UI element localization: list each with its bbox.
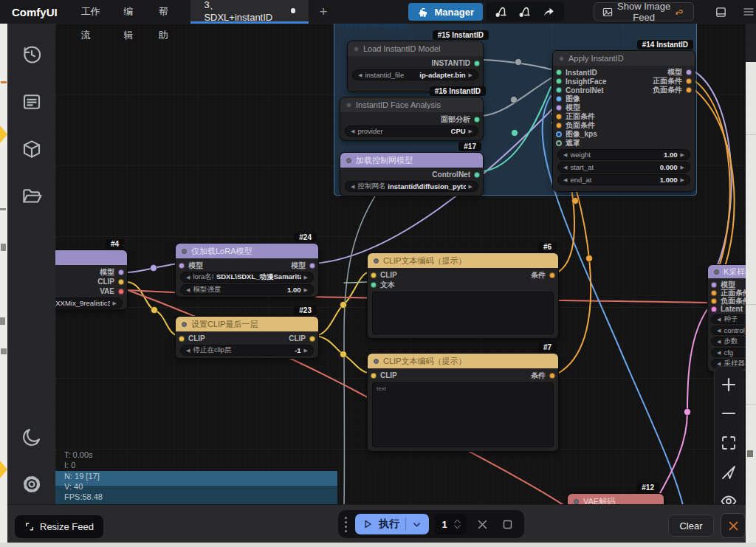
seed-widget[interactable]: ◀种子 — [711, 314, 746, 324]
batch-count-stepper[interactable]: 1 — [435, 514, 467, 534]
next-arrow-icon[interactable]: ▶ — [469, 128, 472, 134]
prev-arrow-icon[interactable]: ◀ — [351, 184, 354, 190]
prev-arrow-icon[interactable]: ◀ — [563, 177, 567, 183]
latent-slot-dot[interactable] — [711, 306, 717, 312]
workflow-tab[interactable]: 3、SDXL+instantID — [190, 0, 309, 24]
model-slot-dot[interactable] — [686, 69, 692, 75]
vae-slot-dot[interactable] — [118, 289, 124, 295]
instantid-slot-dot[interactable] — [556, 69, 562, 75]
instantid-slot-dot[interactable] — [474, 61, 480, 66]
collapse-dot-icon[interactable] — [182, 322, 187, 327]
drag-handle-icon[interactable] — [343, 517, 349, 532]
next-arrow-icon[interactable]: ▶ — [469, 184, 472, 190]
prev-arrow-icon[interactable]: ◀ — [717, 317, 721, 323]
provider-widget[interactable]: ◀providerCPU▶ — [345, 125, 478, 137]
fit-view-icon[interactable] — [720, 434, 738, 455]
clip-slot-dot[interactable] — [309, 336, 315, 342]
clip-slot-dot[interactable] — [371, 373, 377, 379]
node-checkpoint-loader[interactable]: #4 模型 CLIP VAE _XXMix_9realisticS...▶ — [55, 250, 128, 310]
prev-arrow-icon[interactable]: ◀ — [351, 128, 354, 134]
stop-at-clip-layer-widget[interactable]: ◀停止在clip层-1▶ — [180, 345, 314, 356]
hamburger-menu-icon[interactable] — [741, 4, 756, 20]
model-slot-dot[interactable] — [179, 263, 185, 269]
conditioning-slot-dot[interactable] — [711, 290, 717, 296]
stop-button[interactable] — [498, 514, 517, 534]
prev-arrow-icon[interactable]: ◀ — [563, 165, 567, 171]
node-header[interactable] — [55, 250, 127, 265]
next-arrow-icon[interactable]: ▶ — [681, 165, 684, 171]
node-header[interactable]: 加载控制网模型 — [340, 153, 483, 168]
node-clip-set-last-layer[interactable]: #23 设置CLIP最后一层 CLIP CLIP ◀停止在clip层-1▶ — [175, 316, 319, 359]
zoom-in-icon[interactable] — [720, 376, 738, 396]
node-clip-text-encode-negative[interactable]: #7 CLIP文本编码（提示） CLIP 条件 text — [367, 353, 559, 452]
vacuum-icon-2[interactable] — [515, 4, 535, 20]
clip-slot-dot[interactable] — [118, 279, 124, 285]
node-lora-loader[interactable]: #24 仅加载LoRA模型 模型 模型 ◀lora名称SDXL\SDXL_动漫S… — [175, 243, 319, 297]
prev-arrow-icon[interactable]: ◀ — [186, 287, 190, 293]
insightface-slot-dot[interactable] — [556, 78, 562, 84]
model-library-icon[interactable] — [20, 137, 44, 161]
next-arrow-icon[interactable]: ▶ — [681, 152, 684, 158]
clear-button[interactable]: Clear — [668, 515, 714, 537]
chevron-down-icon[interactable] — [412, 520, 422, 529]
next-arrow-icon[interactable]: ▶ — [469, 72, 472, 78]
collapse-dot-icon[interactable] — [346, 158, 351, 163]
model-slot-dot[interactable] — [309, 263, 315, 269]
run-button[interactable]: 执行 — [355, 514, 429, 534]
collapse-dot-icon[interactable] — [182, 249, 187, 254]
conditioning-slot-dot[interactable] — [549, 272, 555, 278]
node-ksampler[interactable]: K采样器 模型 正面条件 负面条件 Latent ◀种子 ◀control_af… — [707, 264, 746, 372]
close-feed-button[interactable] — [721, 513, 746, 538]
faceanalysis-slot-dot[interactable] — [474, 117, 480, 123]
panel-toggle-icon[interactable] — [713, 4, 728, 20]
next-arrow-icon[interactable]: ▶ — [681, 177, 684, 183]
prev-arrow-icon[interactable]: ◀ — [563, 152, 567, 158]
stepper-arrows[interactable] — [453, 519, 461, 529]
manager-button[interactable]: Manager — [408, 3, 482, 21]
history-icon[interactable] — [20, 43, 44, 66]
next-arrow-icon[interactable]: ▶ — [304, 287, 308, 293]
image-slot-dot[interactable] — [556, 96, 562, 102]
prev-arrow-icon[interactable]: ◀ — [717, 328, 721, 334]
lora-strength-widget[interactable]: ◀模型强度1.00▶ — [180, 284, 314, 295]
mask-slot-dot[interactable] — [556, 140, 562, 146]
node-header[interactable]: InstantID Face Analysis — [340, 97, 483, 112]
node-header[interactable]: Load InstantID Model — [348, 41, 483, 56]
node-header[interactable]: CLIP文本编码（提示） — [368, 354, 558, 368]
conditioning-slot-dot[interactable] — [711, 298, 717, 304]
conditioning-slot-dot[interactable] — [686, 87, 692, 93]
node-clip-text-encode-positive[interactable]: #6 CLIP文本编码（提示） CLIP 条件 文本 — [367, 252, 559, 339]
collapse-dot-icon[interactable] — [354, 47, 359, 52]
collapse-dot-icon[interactable] — [559, 56, 564, 61]
ckpt-name-widget[interactable]: _XXMix_9realisticS...▶ — [55, 297, 123, 309]
zoom-out-icon[interactable] — [720, 405, 738, 425]
caret-up-icon[interactable] — [453, 519, 461, 523]
prev-arrow-icon[interactable]: ◀ — [186, 275, 190, 281]
conditioning-slot-dot[interactable] — [556, 114, 562, 120]
prev-arrow-icon[interactable]: ◀ — [186, 348, 190, 354]
collapse-dot-icon[interactable] — [346, 103, 351, 108]
node-library-icon[interactable] — [20, 90, 44, 114]
text-slot-dot[interactable] — [371, 282, 377, 288]
clip-slot-dot[interactable] — [179, 336, 185, 342]
caret-down-icon[interactable] — [453, 525, 461, 529]
node-instantid-face-analysis[interactable]: #16 InstantID InstantID Face Analysis 面部… — [340, 97, 484, 141]
node-header[interactable]: 设置CLIP最后一层 — [176, 317, 318, 331]
next-arrow-icon[interactable]: ▶ — [304, 275, 308, 281]
share-arrow-icon[interactable] — [539, 4, 558, 20]
node-header[interactable]: Apply InstantID — [553, 51, 695, 66]
conditioning-slot-dot[interactable] — [556, 123, 562, 128]
cancel-queue-button[interactable] — [472, 514, 492, 534]
lora-name-widget[interactable]: ◀lora名称SDXL\SDXL_动漫Samaritan 3d...▶ — [180, 272, 314, 283]
resize-feed-button[interactable]: Resize Feed — [15, 515, 103, 538]
conditioning-slot-dot[interactable] — [686, 78, 692, 84]
prompt-textarea[interactable]: text — [372, 382, 554, 447]
node-apply-instantid[interactable]: #14 InstantID Apply InstantID InstantID … — [552, 50, 695, 192]
node-header[interactable]: CLIP文本编码（提示） — [368, 253, 558, 268]
node-header[interactable]: K采样器 — [708, 265, 746, 278]
control-after-generate-widget[interactable]: ◀control_af — [711, 326, 746, 335]
node-load-controlnet[interactable]: #17 加载控制网模型 ControlNet ◀控制网名称instantid\d… — [340, 152, 484, 196]
workflows-folder-icon[interactable] — [20, 185, 44, 208]
collapse-dot-icon[interactable] — [374, 258, 379, 264]
collapse-dot-icon[interactable] — [574, 499, 579, 504]
